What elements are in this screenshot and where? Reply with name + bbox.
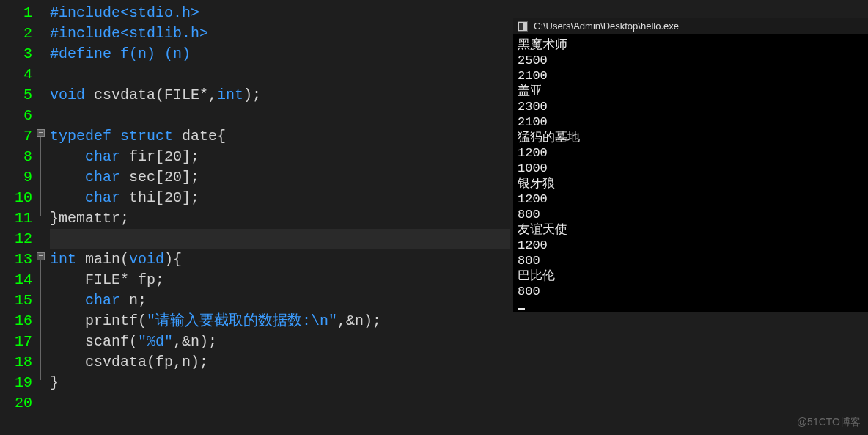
- console-window[interactable]: C:\Users\Admin\Desktop\hello.exe 黑魔术师250…: [513, 18, 868, 312]
- code-line[interactable]: scanf("%d",&n);: [50, 332, 510, 352]
- code-line[interactable]: void csvdata(FILE*,int);: [50, 85, 510, 106]
- code-line[interactable]: #include<stdio.h>: [50, 3, 510, 23]
- fold-gutter[interactable]: −−: [37, 0, 50, 435]
- console-line: 1200: [518, 191, 864, 207]
- console-line: 1200: [518, 145, 864, 161]
- console-line: 800: [518, 284, 864, 299]
- line-number: 14: [0, 270, 37, 290]
- line-number-gutter: 1234567891011121314151617181920: [0, 0, 37, 435]
- line-number: 7: [0, 126, 37, 147]
- line-number: 12: [0, 229, 37, 249]
- line-number: 17: [0, 332, 37, 352]
- console-line: 800: [518, 253, 864, 268]
- code-area[interactable]: #include<stdio.h>#include<stdlib.h>#defi…: [50, 0, 510, 435]
- console-line: 2100: [518, 68, 864, 84]
- line-number: 15: [0, 290, 37, 311]
- console-line: 2100: [518, 114, 864, 130]
- console-line: 盖亚: [518, 84, 864, 99]
- watermark: @51CTO博客: [797, 416, 861, 429]
- line-number: 10: [0, 188, 37, 208]
- line-number: 1: [0, 3, 37, 23]
- code-line[interactable]: csvdata(fp,n);: [50, 352, 510, 373]
- line-number: 6: [0, 106, 37, 126]
- console-line: 1200: [518, 238, 864, 253]
- code-line[interactable]: }memattr;: [50, 208, 510, 229]
- code-line[interactable]: char fir[20];: [50, 147, 510, 167]
- line-number: 4: [0, 65, 37, 85]
- console-line: 猛犸的墓地: [518, 130, 864, 145]
- code-line[interactable]: char thi[20];: [50, 188, 510, 208]
- console-output: 黑魔术师25002100盖亚23002100猛犸的墓地12001000银牙狼12…: [513, 34, 868, 318]
- console-line: 黑魔术师: [518, 37, 864, 53]
- line-number: 16: [0, 311, 37, 332]
- console-line: 800: [518, 207, 864, 222]
- fold-collapse-icon[interactable]: −: [37, 129, 45, 137]
- line-number: 18: [0, 352, 37, 373]
- line-number: 5: [0, 85, 37, 106]
- console-line: 1000: [518, 161, 864, 176]
- line-number: 8: [0, 147, 37, 167]
- code-line[interactable]: #define f(n) (n): [50, 44, 510, 65]
- code-line[interactable]: char sec[20];: [50, 167, 510, 188]
- code-line[interactable]: [50, 393, 510, 414]
- console-title: C:\Users\Admin\Desktop\hello.exe: [534, 21, 679, 32]
- code-line[interactable]: [50, 106, 510, 126]
- code-line[interactable]: }: [50, 373, 510, 393]
- console-line: 巴比伦: [518, 268, 864, 284]
- code-line[interactable]: char n;: [50, 290, 510, 311]
- console-line: 2500: [518, 53, 864, 68]
- console-line: 银牙狼: [518, 176, 864, 191]
- code-line[interactable]: int main(void){: [50, 249, 510, 270]
- code-line[interactable]: [50, 229, 510, 249]
- code-line[interactable]: [50, 65, 510, 85]
- code-line[interactable]: printf("请输入要截取的数据数:\n",&n);: [50, 311, 510, 332]
- line-number: 3: [0, 44, 37, 65]
- line-number: 19: [0, 373, 37, 393]
- fold-collapse-icon[interactable]: −: [37, 252, 45, 260]
- console-icon: [518, 21, 528, 32]
- line-number: 2: [0, 23, 37, 44]
- line-number: 11: [0, 208, 37, 229]
- code-line[interactable]: FILE* fp;: [50, 270, 510, 290]
- console-line: 友谊天使: [518, 222, 864, 238]
- code-editor[interactable]: 1234567891011121314151617181920 −− #incl…: [0, 0, 510, 435]
- line-number: 9: [0, 167, 37, 188]
- console-titlebar[interactable]: C:\Users\Admin\Desktop\hello.exe: [513, 18, 868, 34]
- console-cursor: [518, 308, 525, 310]
- line-number: 13: [0, 249, 37, 270]
- code-line[interactable]: #include<stdlib.h>: [50, 23, 510, 44]
- console-line: 2300: [518, 99, 864, 114]
- code-line[interactable]: typedef struct date{: [50, 126, 510, 147]
- line-number: 20: [0, 393, 37, 414]
